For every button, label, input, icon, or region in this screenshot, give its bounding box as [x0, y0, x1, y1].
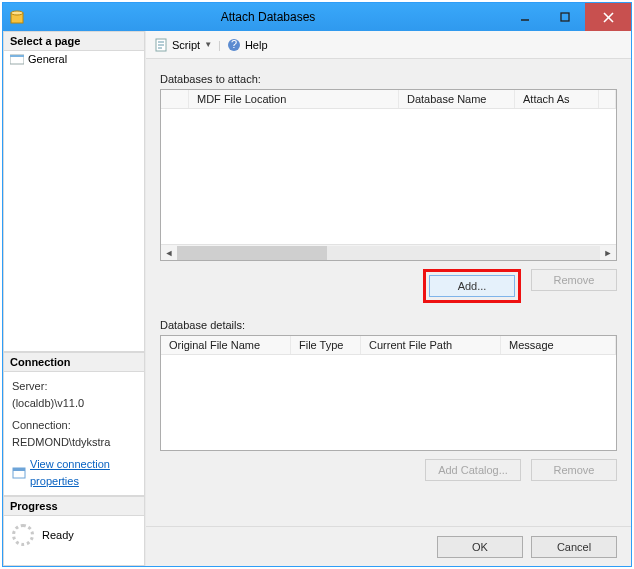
col-message[interactable]: Message [501, 336, 616, 354]
database-details-label: Database details: [160, 319, 617, 331]
col-attach-as[interactable]: Attach As [515, 90, 599, 108]
page-general[interactable]: General [4, 51, 144, 67]
view-connection-properties-label: View connection properties [30, 456, 136, 489]
script-dropdown[interactable]: Script ▼ [154, 38, 212, 52]
page-general-label: General [28, 53, 67, 65]
remove-button: Remove [531, 269, 617, 291]
help-icon: ? [227, 38, 241, 52]
cancel-button[interactable]: Cancel [531, 536, 617, 558]
attach-databases-window: Attach Databases Select a page General C… [2, 2, 632, 567]
view-connection-properties-link[interactable]: View connection properties [12, 456, 136, 489]
progress-status: Ready [42, 529, 74, 541]
progress-header: Progress [4, 497, 144, 516]
connection-properties-icon [12, 466, 26, 480]
main-panel: Script ▼ | ? Help Databases to attach: M… [146, 31, 631, 566]
databases-to-attach-grid[interactable]: MDF File Location Database Name Attach A… [160, 89, 617, 261]
script-icon [154, 38, 168, 52]
details-grid-header: Original File Name File Type Current Fil… [161, 336, 616, 355]
details-grid-body[interactable] [161, 355, 616, 450]
page-icon [10, 53, 24, 65]
attach-grid-header: MDF File Location Database Name Attach A… [161, 90, 616, 109]
svg-point-1 [11, 11, 23, 15]
col-mdf-location[interactable]: MDF File Location [189, 90, 399, 108]
databases-to-attach-label: Databases to attach: [160, 73, 617, 85]
svg-rect-9 [13, 468, 25, 471]
svg-rect-3 [561, 13, 569, 21]
col-current-file-path[interactable]: Current File Path [361, 336, 501, 354]
chevron-down-icon: ▼ [204, 40, 212, 49]
progress-spinner-icon [12, 524, 34, 546]
connection-panel: Connection Server: (localdb)\v11.0 Conne… [3, 352, 145, 496]
attach-grid-scrollbar[interactable]: ◄ ► [161, 244, 616, 260]
minimize-button[interactable] [505, 3, 545, 31]
script-label: Script [172, 39, 200, 51]
help-label: Help [245, 39, 268, 51]
svg-text:?: ? [231, 38, 237, 50]
dialog-footer: OK Cancel [146, 526, 631, 566]
connection-header: Connection [4, 353, 144, 372]
remove-detail-button: Remove [531, 459, 617, 481]
sidebar: Select a page General Connection Server:… [3, 31, 146, 566]
ok-button[interactable]: OK [437, 536, 523, 558]
server-value: (localdb)\v11.0 [12, 395, 136, 412]
select-page-header: Select a page [4, 32, 144, 51]
toolbar: Script ▼ | ? Help [146, 31, 631, 59]
connection-value: REDMOND\tdykstra [12, 434, 136, 451]
col-file-type[interactable]: File Type [291, 336, 361, 354]
help-button[interactable]: ? Help [227, 38, 268, 52]
progress-panel: Progress Ready [3, 496, 145, 566]
attach-grid-body[interactable] [161, 109, 616, 244]
database-details-grid[interactable]: Original File Name File Type Current Fil… [160, 335, 617, 451]
add-catalog-button: Add Catalog... [425, 459, 521, 481]
connection-label: Connection: [12, 417, 136, 434]
col-original-file-name[interactable]: Original File Name [161, 336, 291, 354]
close-button[interactable] [585, 3, 631, 31]
app-icon [9, 9, 25, 25]
add-button-highlight: Add... [423, 269, 521, 303]
scroll-right-icon[interactable]: ► [600, 248, 616, 258]
window-title: Attach Databases [31, 10, 505, 24]
server-label: Server: [12, 378, 136, 395]
maximize-button[interactable] [545, 3, 585, 31]
scroll-left-icon[interactable]: ◄ [161, 248, 177, 258]
add-button[interactable]: Add... [429, 275, 515, 297]
svg-rect-7 [10, 55, 24, 57]
titlebar[interactable]: Attach Databases [3, 3, 631, 31]
select-page-panel: Select a page General [3, 31, 145, 352]
col-database-name[interactable]: Database Name [399, 90, 515, 108]
scroll-thumb[interactable] [177, 246, 327, 260]
